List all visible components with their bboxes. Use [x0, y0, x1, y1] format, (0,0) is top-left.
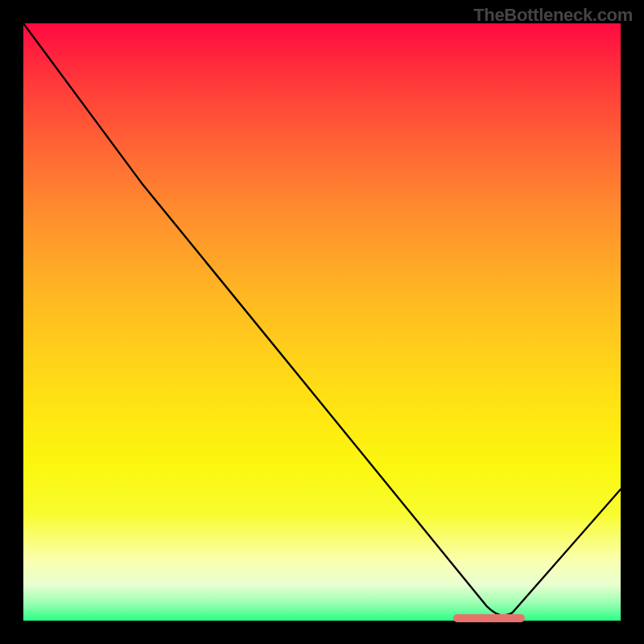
chart-frame: TheBottleneck.com: [0, 0, 644, 644]
curve-path: [23, 23, 621, 616]
optimum-marker: [453, 614, 525, 622]
line-curve: [23, 23, 621, 621]
plot-area: [23, 23, 621, 621]
